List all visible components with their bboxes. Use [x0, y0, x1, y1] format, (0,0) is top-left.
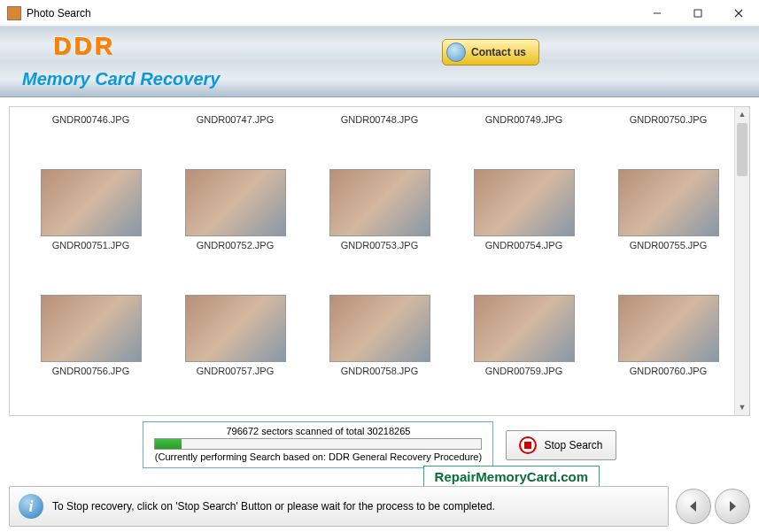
- thumbnail-label: GNDR00754.JPG: [455, 240, 592, 251]
- thumbnail-panel: GNDR00746.JPG GNDR00747.JPG GNDR00748.JP…: [9, 106, 750, 416]
- app-header: DDR Memory Card Recovery Contact us: [0, 27, 759, 97]
- thumbnail-item[interactable]: GNDR00750.JPG: [600, 112, 737, 158]
- thumbnail-image: [185, 295, 286, 362]
- thumbnail-item[interactable]: GNDR00759.JPG: [455, 288, 592, 410]
- svg-marker-5: [730, 501, 736, 512]
- thumbnail-item[interactable]: GNDR00748.JPG: [311, 112, 448, 158]
- progress-subtext: (Currently performing Search based on: D…: [154, 451, 482, 462]
- stop-icon: [519, 436, 537, 454]
- thumbnail-item[interactable]: GNDR00746.JPG: [22, 112, 159, 158]
- thumbnail-item[interactable]: GNDR00751.JPG: [22, 162, 159, 284]
- scrollbar-thumb[interactable]: [737, 123, 747, 176]
- progress-fill: [155, 439, 181, 449]
- stop-search-button[interactable]: Stop Search: [506, 430, 616, 460]
- thumbnail-item[interactable]: GNDR00755.JPG: [600, 162, 737, 284]
- info-icon: i: [19, 494, 43, 519]
- maximize-button[interactable]: [678, 0, 718, 27]
- app-subtitle: Memory Card Recovery: [22, 69, 220, 89]
- forward-button[interactable]: [715, 489, 750, 524]
- brand-logo: DDR: [53, 32, 115, 60]
- site-link[interactable]: RepairMemoryCard.com: [423, 466, 600, 488]
- thumbnail-label: GNDR00759.JPG: [455, 366, 592, 376]
- contact-label: Contact us: [471, 46, 526, 58]
- thumbnail-image: [618, 295, 719, 362]
- scroll-down-arrow[interactable]: ▼: [735, 400, 749, 415]
- thumbnail-item[interactable]: GNDR00757.JPG: [167, 288, 304, 410]
- close-button[interactable]: [718, 0, 759, 27]
- thumbnail-image: [474, 295, 575, 362]
- footer-bar: i To Stop recovery, click on 'Stop Searc…: [9, 486, 750, 527]
- stop-label: Stop Search: [544, 439, 602, 451]
- contact-us-button[interactable]: Contact us: [442, 39, 539, 66]
- thumbnail-image: [329, 169, 430, 236]
- thumbnail-image: [41, 295, 142, 362]
- thumbnail-grid: GNDR00746.JPG GNDR00747.JPG GNDR00748.JP…: [10, 107, 749, 415]
- thumbnail-label: GNDR00752.JPG: [167, 240, 304, 251]
- thumbnail-image: [329, 295, 430, 362]
- thumbnail-label: GNDR00753.JPG: [311, 240, 448, 251]
- thumbnail-image: [618, 169, 719, 236]
- progress-row: 796672 sectors scanned of total 30218265…: [9, 421, 750, 468]
- thumbnail-label: GNDR00748.JPG: [311, 114, 448, 125]
- thumbnail-image: [474, 169, 575, 236]
- thumbnail-item[interactable]: GNDR00760.JPG: [600, 288, 737, 410]
- thumbnail-image: [41, 169, 142, 236]
- thumbnail-label: GNDR00746.JPG: [22, 114, 159, 125]
- app-icon: [7, 6, 21, 20]
- contact-icon: [446, 42, 466, 62]
- thumbnail-item[interactable]: GNDR00747.JPG: [167, 112, 304, 158]
- info-bar: i To Stop recovery, click on 'Stop Searc…: [9, 486, 669, 527]
- thumbnail-item[interactable]: GNDR00753.JPG: [311, 162, 448, 284]
- thumbnail-label: GNDR00751.JPG: [22, 240, 159, 251]
- scroll-up-arrow[interactable]: ▲: [735, 107, 749, 122]
- thumbnail-item[interactable]: GNDR00754.JPG: [455, 162, 592, 284]
- titlebar: Photo Search: [0, 0, 759, 27]
- nav-buttons: [676, 489, 750, 524]
- thumbnail-label: GNDR00758.JPG: [311, 366, 448, 376]
- thumbnail-label: GNDR00750.JPG: [600, 114, 737, 125]
- thumbnail-label: GNDR00757.JPG: [167, 366, 304, 376]
- svg-marker-4: [690, 501, 696, 512]
- thumbnail-label: GNDR00747.JPG: [167, 114, 304, 125]
- svg-rect-1: [694, 10, 701, 17]
- vertical-scrollbar[interactable]: ▲ ▼: [734, 107, 749, 415]
- thumbnail-item[interactable]: GNDR00752.JPG: [167, 162, 304, 284]
- thumbnail-image: [185, 169, 286, 236]
- thumbnail-label: GNDR00749.JPG: [455, 114, 592, 125]
- progress-box: 796672 sectors scanned of total 30218265…: [143, 421, 493, 468]
- back-button[interactable]: [676, 489, 711, 524]
- window-title: Photo Search: [27, 7, 637, 19]
- thumbnail-item[interactable]: GNDR00756.JPG: [22, 288, 159, 410]
- minimize-button[interactable]: [637, 0, 678, 27]
- thumbnail-label: GNDR00755.JPG: [600, 240, 737, 251]
- main-panel: GNDR00746.JPG GNDR00747.JPG GNDR00748.JP…: [0, 97, 759, 460]
- progress-bar: [154, 438, 482, 450]
- thumbnail-label: GNDR00756.JPG: [22, 366, 159, 376]
- info-text: To Stop recovery, click on 'Stop Search'…: [52, 500, 495, 513]
- thumbnail-label: GNDR00760.JPG: [600, 366, 737, 376]
- progress-text: 796672 sectors scanned of total 30218265: [154, 426, 482, 436]
- thumbnail-item[interactable]: GNDR00749.JPG: [455, 112, 592, 158]
- thumbnail-item[interactable]: GNDR00758.JPG: [311, 288, 448, 410]
